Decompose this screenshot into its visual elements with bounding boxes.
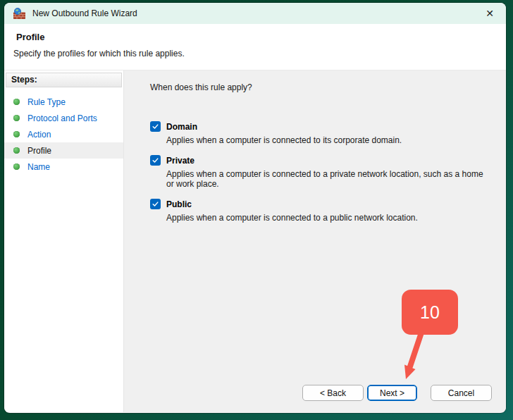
sidebar-item-name[interactable]: Name bbox=[4, 159, 123, 175]
step-bullet-icon bbox=[13, 131, 20, 137]
page-title: Profile bbox=[4, 24, 506, 42]
wizard-dialog: New Outbound Rule Wizard ✕ Profile Speci… bbox=[4, 3, 506, 413]
domain-checkbox-row: Domain bbox=[150, 121, 492, 132]
sidebar-item-profile[interactable]: Profile bbox=[4, 142, 123, 159]
annotation-number: 10 bbox=[420, 302, 440, 323]
profile-option-domain: Domain Applies when a computer is connec… bbox=[150, 121, 492, 145]
step-label: Profile bbox=[27, 146, 51, 156]
sidebar-item-action[interactable]: Action bbox=[4, 126, 123, 142]
step-bullet-icon bbox=[13, 147, 20, 154]
wizard-body: Steps: Rule Type Protocol and Ports Acti… bbox=[4, 70, 506, 412]
step-bullet-icon bbox=[13, 99, 20, 105]
cancel-button[interactable]: Cancel bbox=[431, 385, 492, 401]
wizard-footer-buttons: < Back Next > Cancel bbox=[302, 385, 492, 401]
private-description: Applies when a computer is connected to … bbox=[166, 169, 492, 189]
checkmark-icon bbox=[152, 123, 159, 130]
step-label: Name bbox=[27, 162, 50, 172]
sidebar-item-rule-type[interactable]: Rule Type bbox=[4, 94, 123, 110]
steps-heading: Steps: bbox=[6, 73, 122, 87]
close-button[interactable]: ✕ bbox=[479, 4, 500, 23]
page-subtitle: Specify the profiles for which this rule… bbox=[4, 42, 506, 58]
domain-label: Domain bbox=[166, 122, 197, 132]
public-label: Public bbox=[166, 199, 192, 209]
domain-checkbox[interactable] bbox=[150, 121, 161, 132]
step-label: Action bbox=[27, 130, 51, 140]
public-checkbox[interactable] bbox=[150, 199, 161, 209]
profile-option-public: Public Applies when a computer is connec… bbox=[150, 199, 492, 223]
title-bar: New Outbound Rule Wizard ✕ bbox=[4, 3, 506, 24]
step-bullet-icon bbox=[13, 115, 20, 121]
public-checkbox-row: Public bbox=[150, 199, 492, 209]
back-button[interactable]: < Back bbox=[302, 385, 364, 401]
step-label: Protocol and Ports bbox=[27, 113, 97, 123]
public-description: Applies when a computer is connected to … bbox=[166, 213, 492, 223]
sidebar-item-protocol-and-ports[interactable]: Protocol and Ports bbox=[4, 110, 123, 126]
steps-sidebar: Steps: Rule Type Protocol and Ports Acti… bbox=[4, 70, 124, 412]
step-label: Rule Type bbox=[27, 97, 66, 107]
question-text: When does this rule apply? bbox=[150, 82, 492, 92]
domain-description: Applies when a computer is connected to … bbox=[166, 135, 492, 145]
firewall-icon bbox=[13, 8, 26, 20]
profile-step-content: When does this rule apply? Domain Applie… bbox=[124, 70, 506, 412]
annotation-step-badge: 10 bbox=[402, 290, 458, 335]
close-icon: ✕ bbox=[486, 8, 494, 19]
desktop-background: { "window": { "title": "New Outbound Rul… bbox=[0, 0, 513, 420]
checkmark-icon bbox=[152, 200, 159, 208]
checkmark-icon bbox=[152, 156, 159, 164]
profile-option-private: Private Applies when a computer is conne… bbox=[150, 155, 492, 189]
step-bullet-icon bbox=[13, 163, 20, 170]
next-button[interactable]: Next > bbox=[367, 385, 417, 401]
wizard-header: Profile Specify the profiles for which t… bbox=[4, 24, 506, 70]
private-checkbox-row: Private bbox=[150, 155, 492, 166]
private-label: Private bbox=[166, 156, 194, 166]
private-checkbox[interactable] bbox=[150, 155, 161, 166]
window-title: New Outbound Rule Wizard bbox=[32, 8, 137, 18]
